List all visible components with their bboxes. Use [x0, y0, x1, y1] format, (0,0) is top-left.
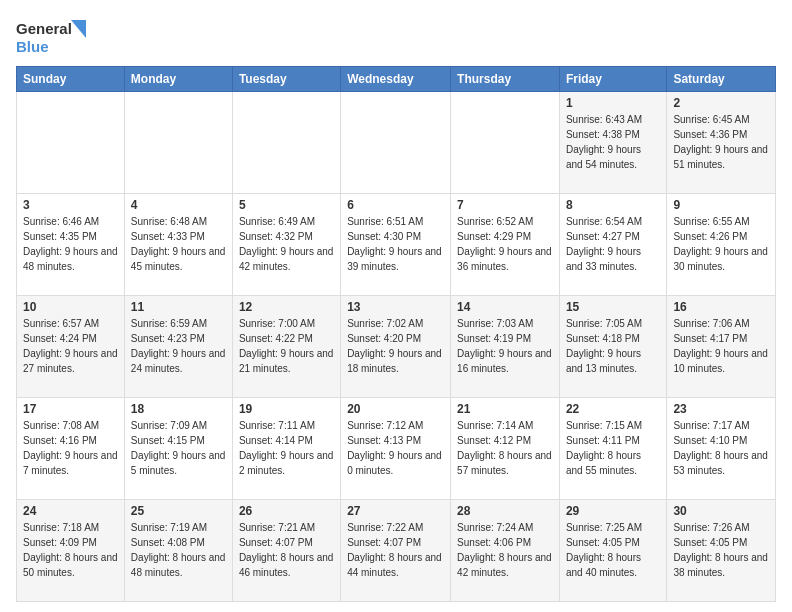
day-number: 9 — [673, 198, 769, 212]
day-number: 6 — [347, 198, 444, 212]
day-number: 26 — [239, 504, 334, 518]
day-cell: 18Sunrise: 7:09 AMSunset: 4:15 PMDayligh… — [124, 398, 232, 500]
day-cell: 14Sunrise: 7:03 AMSunset: 4:19 PMDayligh… — [451, 296, 560, 398]
day-number: 17 — [23, 402, 118, 416]
day-number: 14 — [457, 300, 553, 314]
day-cell: 25Sunrise: 7:19 AMSunset: 4:08 PMDayligh… — [124, 500, 232, 602]
day-cell: 27Sunrise: 7:22 AMSunset: 4:07 PMDayligh… — [341, 500, 451, 602]
day-cell: 5Sunrise: 6:49 AMSunset: 4:32 PMDaylight… — [232, 194, 340, 296]
day-info: Sunrise: 7:08 AMSunset: 4:16 PMDaylight:… — [23, 418, 118, 478]
logo-icon: GeneralBlue — [16, 16, 96, 56]
day-cell: 28Sunrise: 7:24 AMSunset: 4:06 PMDayligh… — [451, 500, 560, 602]
day-cell: 9Sunrise: 6:55 AMSunset: 4:26 PMDaylight… — [667, 194, 776, 296]
header: GeneralBlue — [16, 16, 776, 56]
day-number: 13 — [347, 300, 444, 314]
day-cell — [341, 92, 451, 194]
day-number: 22 — [566, 402, 660, 416]
day-cell: 17Sunrise: 7:08 AMSunset: 4:16 PMDayligh… — [17, 398, 125, 500]
weekday-header-saturday: Saturday — [667, 67, 776, 92]
day-number: 7 — [457, 198, 553, 212]
day-number: 11 — [131, 300, 226, 314]
day-number: 25 — [131, 504, 226, 518]
day-number: 8 — [566, 198, 660, 212]
day-info: Sunrise: 7:21 AMSunset: 4:07 PMDaylight:… — [239, 520, 334, 580]
day-number: 2 — [673, 96, 769, 110]
day-cell: 3Sunrise: 6:46 AMSunset: 4:35 PMDaylight… — [17, 194, 125, 296]
day-cell — [17, 92, 125, 194]
svg-marker-2 — [71, 20, 86, 38]
day-number: 20 — [347, 402, 444, 416]
day-cell: 23Sunrise: 7:17 AMSunset: 4:10 PMDayligh… — [667, 398, 776, 500]
day-number: 30 — [673, 504, 769, 518]
day-cell: 30Sunrise: 7:26 AMSunset: 4:05 PMDayligh… — [667, 500, 776, 602]
day-cell: 2Sunrise: 6:45 AMSunset: 4:36 PMDaylight… — [667, 92, 776, 194]
day-info: Sunrise: 7:24 AMSunset: 4:06 PMDaylight:… — [457, 520, 553, 580]
day-number: 29 — [566, 504, 660, 518]
day-info: Sunrise: 7:11 AMSunset: 4:14 PMDaylight:… — [239, 418, 334, 478]
day-number: 5 — [239, 198, 334, 212]
weekday-header-sunday: Sunday — [17, 67, 125, 92]
week-row-3: 10Sunrise: 6:57 AMSunset: 4:24 PMDayligh… — [17, 296, 776, 398]
day-cell: 24Sunrise: 7:18 AMSunset: 4:09 PMDayligh… — [17, 500, 125, 602]
day-info: Sunrise: 6:49 AMSunset: 4:32 PMDaylight:… — [239, 214, 334, 274]
day-info: Sunrise: 6:43 AMSunset: 4:38 PMDaylight:… — [566, 112, 660, 172]
calendar: SundayMondayTuesdayWednesdayThursdayFrid… — [16, 66, 776, 602]
day-info: Sunrise: 7:17 AMSunset: 4:10 PMDaylight:… — [673, 418, 769, 478]
day-cell: 13Sunrise: 7:02 AMSunset: 4:20 PMDayligh… — [341, 296, 451, 398]
weekday-header-thursday: Thursday — [451, 67, 560, 92]
day-info: Sunrise: 7:25 AMSunset: 4:05 PMDaylight:… — [566, 520, 660, 580]
weekday-header-wednesday: Wednesday — [341, 67, 451, 92]
day-info: Sunrise: 7:03 AMSunset: 4:19 PMDaylight:… — [457, 316, 553, 376]
day-info: Sunrise: 7:26 AMSunset: 4:05 PMDaylight:… — [673, 520, 769, 580]
day-cell: 1Sunrise: 6:43 AMSunset: 4:38 PMDaylight… — [559, 92, 666, 194]
day-cell — [232, 92, 340, 194]
day-info: Sunrise: 6:51 AMSunset: 4:30 PMDaylight:… — [347, 214, 444, 274]
day-cell — [124, 92, 232, 194]
day-cell: 19Sunrise: 7:11 AMSunset: 4:14 PMDayligh… — [232, 398, 340, 500]
day-number: 16 — [673, 300, 769, 314]
day-cell: 6Sunrise: 6:51 AMSunset: 4:30 PMDaylight… — [341, 194, 451, 296]
day-cell: 26Sunrise: 7:21 AMSunset: 4:07 PMDayligh… — [232, 500, 340, 602]
day-number: 1 — [566, 96, 660, 110]
day-number: 21 — [457, 402, 553, 416]
week-row-1: 1Sunrise: 6:43 AMSunset: 4:38 PMDaylight… — [17, 92, 776, 194]
day-number: 4 — [131, 198, 226, 212]
day-cell: 20Sunrise: 7:12 AMSunset: 4:13 PMDayligh… — [341, 398, 451, 500]
day-cell — [451, 92, 560, 194]
weekday-header-monday: Monday — [124, 67, 232, 92]
day-cell: 22Sunrise: 7:15 AMSunset: 4:11 PMDayligh… — [559, 398, 666, 500]
day-number: 28 — [457, 504, 553, 518]
day-info: Sunrise: 7:19 AMSunset: 4:08 PMDaylight:… — [131, 520, 226, 580]
day-info: Sunrise: 7:09 AMSunset: 4:15 PMDaylight:… — [131, 418, 226, 478]
day-cell: 10Sunrise: 6:57 AMSunset: 4:24 PMDayligh… — [17, 296, 125, 398]
day-info: Sunrise: 6:46 AMSunset: 4:35 PMDaylight:… — [23, 214, 118, 274]
day-info: Sunrise: 6:55 AMSunset: 4:26 PMDaylight:… — [673, 214, 769, 274]
day-cell: 11Sunrise: 6:59 AMSunset: 4:23 PMDayligh… — [124, 296, 232, 398]
day-number: 24 — [23, 504, 118, 518]
day-cell: 29Sunrise: 7:25 AMSunset: 4:05 PMDayligh… — [559, 500, 666, 602]
day-info: Sunrise: 7:12 AMSunset: 4:13 PMDaylight:… — [347, 418, 444, 478]
page: GeneralBlue SundayMondayTuesdayWednesday… — [0, 0, 792, 612]
calendar-table: SundayMondayTuesdayWednesdayThursdayFrid… — [16, 66, 776, 602]
day-info: Sunrise: 6:54 AMSunset: 4:27 PMDaylight:… — [566, 214, 660, 274]
day-info: Sunrise: 7:02 AMSunset: 4:20 PMDaylight:… — [347, 316, 444, 376]
week-row-5: 24Sunrise: 7:18 AMSunset: 4:09 PMDayligh… — [17, 500, 776, 602]
day-cell: 15Sunrise: 7:05 AMSunset: 4:18 PMDayligh… — [559, 296, 666, 398]
day-info: Sunrise: 6:45 AMSunset: 4:36 PMDaylight:… — [673, 112, 769, 172]
day-info: Sunrise: 6:52 AMSunset: 4:29 PMDaylight:… — [457, 214, 553, 274]
day-info: Sunrise: 7:06 AMSunset: 4:17 PMDaylight:… — [673, 316, 769, 376]
day-number: 18 — [131, 402, 226, 416]
day-cell: 4Sunrise: 6:48 AMSunset: 4:33 PMDaylight… — [124, 194, 232, 296]
logo: GeneralBlue — [16, 16, 96, 56]
day-info: Sunrise: 6:48 AMSunset: 4:33 PMDaylight:… — [131, 214, 226, 274]
svg-text:Blue: Blue — [16, 38, 49, 55]
day-cell: 8Sunrise: 6:54 AMSunset: 4:27 PMDaylight… — [559, 194, 666, 296]
day-info: Sunrise: 7:14 AMSunset: 4:12 PMDaylight:… — [457, 418, 553, 478]
day-info: Sunrise: 7:15 AMSunset: 4:11 PMDaylight:… — [566, 418, 660, 478]
day-info: Sunrise: 6:59 AMSunset: 4:23 PMDaylight:… — [131, 316, 226, 376]
day-info: Sunrise: 7:22 AMSunset: 4:07 PMDaylight:… — [347, 520, 444, 580]
weekday-header-friday: Friday — [559, 67, 666, 92]
day-number: 27 — [347, 504, 444, 518]
day-number: 23 — [673, 402, 769, 416]
day-info: Sunrise: 6:57 AMSunset: 4:24 PMDaylight:… — [23, 316, 118, 376]
